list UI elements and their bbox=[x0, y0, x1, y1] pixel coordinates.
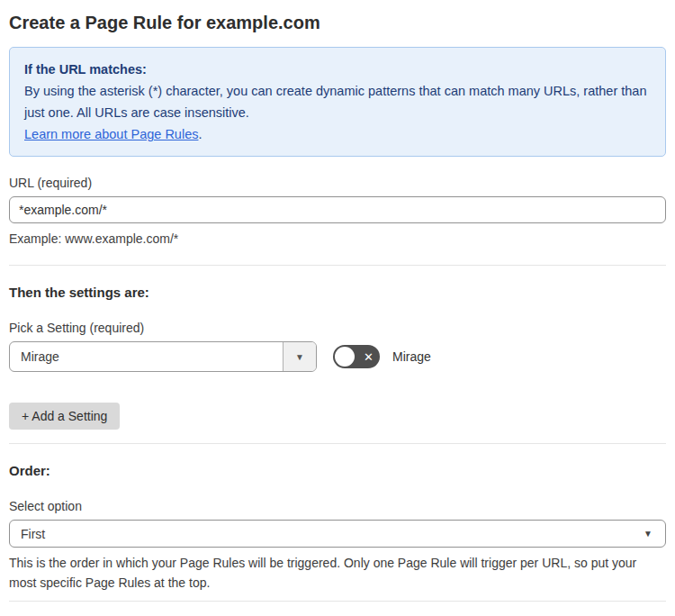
setting-select[interactable]: Mirage ▼ bbox=[9, 341, 317, 372]
divider bbox=[9, 443, 666, 444]
order-select-value: First bbox=[21, 527, 644, 541]
pick-setting-label: Pick a Setting (required) bbox=[9, 320, 666, 336]
setting-select-arrow-button[interactable]: ▼ bbox=[283, 342, 316, 371]
divider bbox=[9, 265, 666, 266]
url-matches-info-box: If the URL matches: By using the asteris… bbox=[9, 47, 666, 157]
link-period: . bbox=[198, 127, 202, 141]
add-setting-button[interactable]: + Add a Setting bbox=[9, 403, 120, 430]
page-title: Create a Page Rule for example.com bbox=[9, 11, 666, 34]
url-field-label: URL (required) bbox=[9, 175, 666, 191]
settings-section-heading: Then the settings are: bbox=[9, 284, 666, 302]
learn-more-link[interactable]: Learn more about Page Rules bbox=[24, 127, 198, 141]
order-section-heading: Order: bbox=[9, 462, 666, 480]
mirage-toggle[interactable]: ✕ bbox=[333, 345, 380, 368]
toggle-label: Mirage bbox=[392, 349, 431, 364]
url-example-helper: Example: www.example.com/* bbox=[9, 229, 666, 249]
info-box-body: By using the asterisk (*) character, you… bbox=[24, 80, 651, 123]
chevron-down-icon: ▼ bbox=[644, 529, 652, 539]
x-icon: ✕ bbox=[364, 351, 374, 363]
url-input[interactable] bbox=[9, 196, 666, 223]
order-select-label: Select option bbox=[9, 498, 666, 514]
order-select[interactable]: First ▼ bbox=[9, 520, 666, 548]
order-helper-text: This is the order in which your Page Rul… bbox=[9, 553, 657, 593]
info-box-heading: If the URL matches: bbox=[24, 59, 651, 80]
setting-select-value: Mirage bbox=[10, 342, 283, 371]
chevron-down-icon: ▼ bbox=[295, 352, 304, 362]
toggle-knob bbox=[335, 347, 355, 367]
divider bbox=[9, 601, 666, 602]
setting-row: Mirage ▼ ✕ Mirage bbox=[9, 341, 666, 372]
info-box-link-line: Learn more about Page Rules. bbox=[24, 123, 651, 145]
